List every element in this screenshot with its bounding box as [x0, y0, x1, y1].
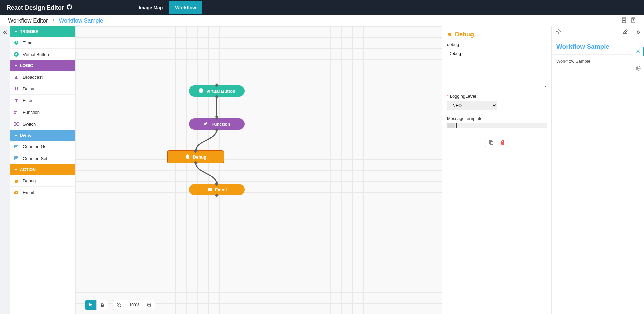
props-name-input[interactable]	[447, 49, 547, 58]
edge-n3-n4[interactable]	[196, 163, 217, 184]
sidebar-item-counter-get[interactable]: Counter: Get	[10, 141, 75, 152]
right-panel-tabs	[632, 26, 644, 314]
svg-point-2	[15, 53, 17, 55]
dot-circle-icon	[198, 88, 204, 94]
port-out[interactable]	[194, 161, 197, 164]
toolgroup-mode	[85, 300, 108, 310]
topbar: React Design Editor Image Map Workflow	[0, 0, 644, 15]
breadcrumb-actions	[621, 17, 636, 24]
nav-image-map[interactable]: Image Map	[133, 1, 169, 14]
port-in[interactable]	[215, 182, 218, 186]
sidebar-item-broadcast[interactable]: Broadcast	[10, 71, 75, 83]
props-desc-input[interactable]	[447, 64, 547, 87]
pan-tool[interactable]	[97, 300, 108, 310]
image-icon	[13, 143, 19, 149]
canvas-content[interactable]: Virtual Buttonx²FunctionDebugEmail	[76, 26, 442, 314]
sidebar-group-action[interactable]: ACTION	[10, 164, 75, 175]
svg-rect-4	[17, 87, 18, 90]
svg-text:x²: x²	[204, 122, 207, 126]
props-title-text: Debug	[455, 31, 474, 38]
mail-icon	[13, 189, 19, 195]
sidebar-item-email[interactable]: Email	[10, 187, 75, 198]
props-logginglevel-label: LoggingLevel	[447, 94, 547, 99]
sidebar-item-filter[interactable]: Filter	[10, 95, 75, 106]
fx-icon: x²	[13, 109, 19, 115]
zoom-out-button[interactable]	[144, 300, 155, 310]
sidebar-item-function[interactable]: x²Function	[10, 106, 75, 118]
port-out[interactable]	[215, 193, 218, 197]
svg-rect-18	[490, 142, 493, 144]
props-panel: Debug debug LoggingLevel INFO MessageTem…	[442, 26, 551, 314]
edit-icon[interactable]	[623, 29, 628, 35]
right-panel-desc: Workflow Sample	[552, 55, 632, 68]
upload-icon[interactable]	[631, 17, 636, 24]
broadcast-icon	[13, 74, 19, 80]
github-icon	[67, 4, 72, 11]
node-function[interactable]: x²Function	[189, 118, 245, 130]
collapse-left-col	[0, 26, 10, 314]
port-out[interactable]	[215, 128, 218, 131]
tab-globe[interactable]	[632, 63, 644, 73]
sidebar-item-delay[interactable]: Delay	[10, 83, 75, 95]
sidebar-item-debug[interactable]: Debug	[10, 175, 75, 187]
sidebar-group-data[interactable]: DATA	[10, 130, 75, 141]
node-debug[interactable]: Debug	[168, 151, 224, 163]
svg-point-12	[200, 90, 202, 92]
svg-point-7	[15, 146, 16, 146]
collapse-left-icon[interactable]	[2, 30, 8, 36]
bug-icon	[13, 178, 19, 184]
breadcrumb: Workflow Editor / Workflow Sample	[8, 17, 103, 24]
node-virtual-button[interactable]: Virtual Button	[189, 85, 245, 97]
image-icon	[13, 155, 19, 161]
sidebar-item-counter-set[interactable]: Counter: Set	[10, 152, 75, 164]
props-message-template-label: MessageTemplate	[447, 116, 547, 121]
canvas-toolbar: 100%	[85, 300, 155, 310]
sidebar-item-switch[interactable]: Switch	[10, 118, 75, 130]
gear-icon[interactable]	[556, 29, 561, 35]
sidebar-item-virtual-button[interactable]: Virtual Button	[10, 49, 75, 60]
brand-title: React Design Editor	[7, 4, 64, 11]
canvas[interactable]: Virtual Buttonx²FunctionDebugEmail 100%	[76, 26, 442, 314]
shuffle-icon	[13, 121, 19, 127]
port-in[interactable]	[215, 116, 218, 120]
tab-settings[interactable]	[632, 47, 644, 56]
port-out[interactable]	[215, 95, 218, 98]
breadcrumb-current: Workflow Sample	[59, 17, 103, 24]
sidebar-item-timer[interactable]: Timer	[10, 37, 75, 49]
chevron-down-icon	[15, 169, 17, 171]
sidebar: TRIGGERTimerVirtual ButtonLOGICBroadcast…	[10, 26, 76, 314]
svg-text:x²: x²	[14, 110, 17, 114]
chevron-down-icon	[15, 31, 17, 33]
expand-right-icon[interactable]	[636, 30, 641, 36]
props-logginglevel-select[interactable]: INFO	[447, 101, 497, 110]
download-icon[interactable]	[621, 17, 627, 24]
svg-rect-3	[15, 87, 16, 90]
filter-icon	[13, 97, 19, 103]
zoom-in-button[interactable]	[113, 300, 125, 310]
clone-button[interactable]	[485, 138, 497, 147]
port-in[interactable]	[194, 149, 197, 153]
breadcrumb-root[interactable]: Workflow Editor	[8, 17, 48, 24]
props-action-row	[447, 138, 547, 147]
port-in[interactable]	[215, 83, 218, 87]
nav-workflow[interactable]: Workflow	[169, 1, 202, 14]
chevron-down-icon	[15, 135, 17, 136]
fx-icon: x²	[204, 121, 209, 127]
edge-n2-n3[interactable]	[196, 130, 217, 151]
sidebar-group-logic[interactable]: LOGIC	[10, 60, 75, 71]
workspace: TRIGGERTimerVirtual ButtonLOGICBroadcast…	[0, 26, 644, 314]
svg-point-20	[637, 51, 639, 52]
breadcrumb-bar: Workflow Editor / Workflow Sample	[0, 15, 644, 26]
pause-icon	[13, 86, 19, 92]
sidebar-group-trigger[interactable]: TRIGGER	[10, 26, 75, 37]
breadcrumb-separator: /	[53, 17, 54, 24]
props-message-template-input[interactable]	[447, 123, 547, 128]
delete-button[interactable]	[497, 138, 509, 147]
svg-point-19	[558, 31, 559, 32]
right-panel: Workflow Sample Workflow Sample	[551, 26, 644, 314]
select-tool[interactable]	[85, 300, 97, 310]
topbar-nav: Image Map Workflow	[133, 1, 202, 14]
props-name-label: debug	[447, 42, 547, 47]
brand[interactable]: React Design Editor	[7, 4, 72, 11]
node-email[interactable]: Email	[189, 184, 245, 195]
